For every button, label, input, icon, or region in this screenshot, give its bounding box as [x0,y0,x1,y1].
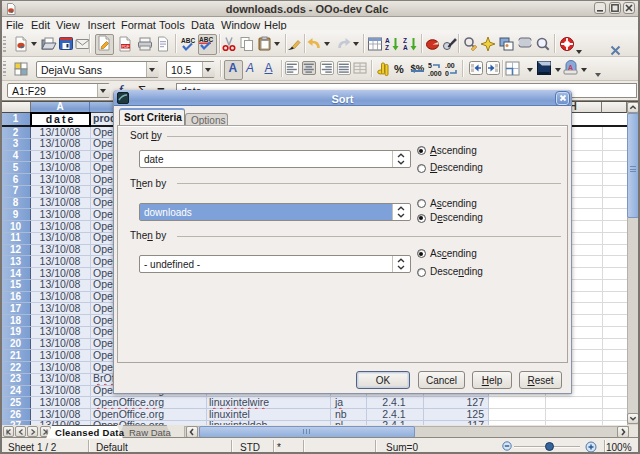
svg-text:ABC: ABC [199,36,213,43]
svg-text:Z: Z [385,44,389,51]
svg-text:PDF: PDF [121,44,130,49]
svg-text:A: A [385,37,390,44]
svg-text:Z: Z [403,37,407,44]
svg-text:5: 5 [428,62,432,69]
svg-text:A: A [568,64,573,71]
svg-text:.000: .000 [428,70,442,77]
svg-text:0: 0 [445,70,449,77]
svg-text:ABC: ABC [181,37,195,44]
svg-text:A: A [403,44,408,51]
svg-text:.00: .00 [445,62,455,69]
